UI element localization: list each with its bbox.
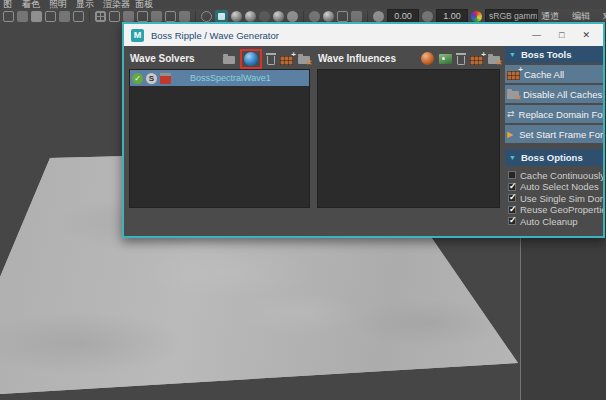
checkbox-auto-select-nodes[interactable]: ✓ Auto Select Nodes [505, 181, 603, 192]
exposure-field[interactable]: 0.00 [387, 9, 419, 23]
cache-influence-icon[interactable] [470, 56, 483, 65]
dialog-title: Boss Ripple / Wave Generator [151, 30, 279, 41]
button-label: Disable All Caches [523, 89, 602, 100]
safe-title-icon[interactable] [179, 11, 190, 22]
maximize-button[interactable]: □ [559, 30, 564, 40]
wave-influences-list[interactable] [317, 69, 500, 208]
toolbar-separator [195, 11, 196, 22]
wave-solvers-header: Wave Solvers [130, 50, 310, 67]
chevron-down-icon: ▼ [509, 51, 516, 58]
checkbox-cache-continuously[interactable]: Cache Continuously [505, 170, 603, 181]
grid-icon[interactable] [95, 11, 106, 22]
color-management-icon[interactable] [471, 11, 482, 22]
create-influence-icon[interactable] [421, 52, 434, 65]
delete-influence-icon[interactable] [457, 56, 465, 65]
wave-solvers-list[interactable]: ✓ S BossSpectralWave1 [129, 69, 310, 208]
film-gate-icon[interactable] [109, 11, 120, 22]
menu-show[interactable]: 显示 [76, 0, 94, 9]
disable-solver-cache-icon[interactable] [298, 56, 310, 64]
toolbar-separator [303, 11, 304, 22]
select-camera-icon[interactable] [3, 11, 14, 22]
minimize-button[interactable]: — [532, 30, 541, 40]
button-label: Cache All [524, 69, 564, 80]
boss-tools-column: ▼ Boss Tools Cache All Disable All Cache… [505, 46, 603, 236]
cache-all-button[interactable]: Cache All [505, 65, 603, 83]
shadows-icon[interactable] [259, 11, 270, 22]
disable-all-caches-button[interactable]: Disable All Caches [505, 85, 603, 103]
button-label: Set Start Frame For Al [519, 129, 603, 140]
channel-box-menu-edit[interactable]: 编辑 [572, 10, 590, 23]
menu-shading[interactable]: 着色 [22, 0, 40, 9]
set-start-frame-icon: ▶ [507, 130, 513, 139]
dialog-body: Wave Solvers ✓ S BossSpectralWa [124, 46, 603, 236]
checkbox-label: Auto Select Nodes [520, 181, 599, 192]
camera-attributes-icon[interactable] [31, 11, 42, 22]
disable-all-caches-icon [507, 91, 519, 99]
list-item[interactable]: ✓ S BossSpectralWave1 [130, 70, 309, 86]
menu-renderer[interactable]: 渲染器 [103, 0, 130, 9]
shaded-mode-icon[interactable] [215, 10, 228, 23]
import-solver-icon[interactable] [223, 56, 235, 64]
wave-solvers-label: Wave Solvers [130, 53, 195, 64]
use-all-lights-icon[interactable] [245, 11, 256, 22]
solo-badge-icon[interactable]: S [146, 73, 157, 84]
viewport-toolbar: 0.00 1.00 sRGB gamma 通道 编辑 对象 [0, 9, 606, 23]
checkbox-label: Use Single Sim Domain [520, 193, 603, 204]
wave-solvers-toolbar [223, 49, 310, 69]
resolution-gate-icon[interactable] [123, 11, 134, 22]
cache-solver-icon[interactable] [280, 56, 293, 65]
boss-options-header[interactable]: ▼ Boss Options [505, 149, 603, 166]
delete-solver-icon[interactable] [267, 56, 275, 65]
channel-box-menu: 通道 编辑 对象 [541, 10, 606, 23]
textured-mode-icon[interactable] [231, 11, 242, 22]
checkbox-icon [508, 171, 516, 179]
channel-box-menu-channels[interactable]: 通道 [541, 10, 559, 23]
checkbox-auto-cleanup[interactable]: ✓ Auto Cleanup [505, 216, 603, 227]
enabled-check-icon[interactable]: ✓ [132, 73, 143, 84]
menu-view[interactable]: 图 [3, 0, 12, 9]
solver-name: BossSpectralWave1 [190, 73, 271, 83]
set-start-frame-button[interactable]: ▶ Set Start Frame For Al [505, 125, 603, 143]
exposure-icon[interactable] [373, 11, 384, 22]
safe-action-icon[interactable] [165, 11, 176, 22]
wave-influences-header: Wave Influences [318, 50, 500, 67]
wireframe-icon[interactable] [201, 11, 212, 22]
wave-influences-label: Wave Influences [318, 53, 396, 64]
checkbox-use-single-sim-domain[interactable]: ✓ Use Single Sim Domain [505, 193, 603, 204]
motion-blur-icon[interactable] [287, 11, 298, 22]
window-icon[interactable] [337, 11, 348, 22]
cache-state-icon[interactable] [160, 73, 171, 84]
clipboard-icon[interactable] [351, 11, 362, 22]
boss-tools-header[interactable]: ▼ Boss Tools [505, 46, 603, 63]
checkbox-icon: ✓ [508, 194, 516, 202]
gamma-icon[interactable] [422, 11, 433, 22]
boss-tools-label: Boss Tools [521, 49, 572, 60]
checkbox-icon: ✓ [508, 217, 516, 225]
lock-camera-icon[interactable] [17, 11, 28, 22]
menu-panels[interactable]: 面板 [135, 0, 153, 9]
replace-domain-icon: ⇄ [507, 109, 515, 119]
checkbox-reuse-geoproperties[interactable]: ✓ Reuse GeoProperties [505, 204, 603, 215]
disable-influence-cache-icon[interactable] [488, 56, 500, 64]
gate-mask-icon[interactable] [137, 11, 148, 22]
close-button[interactable]: ✕ [582, 30, 590, 40]
create-spectral-wave-icon[interactable] [244, 52, 258, 66]
replace-domain-button[interactable]: ⇄ Replace Domain For A [505, 105, 603, 123]
ambient-occlusion-icon[interactable] [273, 11, 284, 22]
window-controls: — □ ✕ [532, 30, 596, 40]
bookmark-icon[interactable] [45, 11, 56, 22]
checkbox-icon: ✓ [508, 183, 516, 191]
image-influence-icon[interactable] [439, 54, 452, 64]
xray-icon[interactable] [323, 11, 334, 22]
pan-zoom-icon[interactable] [73, 11, 84, 22]
isolate-select-icon[interactable] [309, 11, 320, 22]
gamma-field[interactable]: 1.00 [436, 9, 468, 23]
annotation-red-box [240, 49, 262, 69]
menu-lighting[interactable]: 照明 [49, 0, 67, 9]
toolbar-separator [367, 11, 368, 22]
dialog-titlebar[interactable]: M Boss Ripple / Wave Generator — □ ✕ [124, 24, 603, 46]
checkbox-label: Cache Continuously [520, 170, 603, 181]
field-chart-icon[interactable] [151, 11, 162, 22]
image-plane-icon[interactable] [59, 11, 70, 22]
dialog-window: M Boss Ripple / Wave Generator — □ ✕ Wav… [122, 22, 605, 238]
